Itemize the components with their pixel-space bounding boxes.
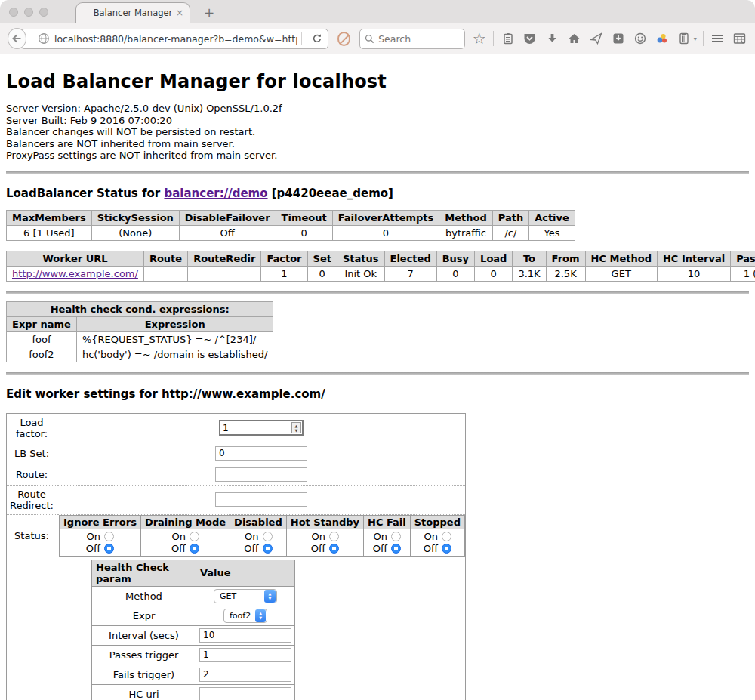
container-icon[interactable] <box>676 29 692 48</box>
forum-smiley-icon[interactable] <box>632 29 648 48</box>
clipboard-icon[interactable] <box>500 29 516 48</box>
lb-set-cell <box>57 443 466 464</box>
persist-note-line: Balancer changes will NOT be persisted o… <box>6 126 749 138</box>
hc-expressions-title: Health check cond. expressions: <box>7 301 273 316</box>
tab-close-icon[interactable]: × <box>176 8 183 18</box>
cell-set: 0 <box>307 266 337 281</box>
notes-grid-icon[interactable] <box>732 29 747 48</box>
form-row-health-check: Health Check param Value Method GET ▲▼ <box>7 557 466 700</box>
cell-elected: 7 <box>384 266 436 281</box>
select-stepper-icon: ▲▼ <box>264 590 276 603</box>
worker-table: Worker URL Route RouteRedir Factor Set S… <box>6 251 755 282</box>
route-redirect-input[interactable] <box>215 492 307 507</box>
home-icon[interactable] <box>566 29 582 48</box>
cell-factor: 1 <box>261 266 307 281</box>
load-factor-input[interactable] <box>220 421 291 434</box>
ignore-errors-on-radio[interactable] <box>104 532 114 541</box>
table-header-row: Worker URL Route RouteRedir Factor Set S… <box>7 251 755 266</box>
globe-icon[interactable] <box>38 32 50 45</box>
window-minimize-button[interactable] <box>24 8 33 17</box>
save-square-icon[interactable] <box>610 29 626 48</box>
hot-standby-off-radio[interactable] <box>329 544 339 554</box>
cell-route <box>143 266 187 281</box>
bookmark-star-icon[interactable]: ☆ <box>471 29 487 48</box>
menu-hamburger-icon[interactable] <box>710 29 726 48</box>
worker-row: http://www.example.com/ 1 0 Init Ok 7 0 … <box>7 266 755 281</box>
page-content: Load Balancer Manager for localhost Serv… <box>0 54 755 700</box>
draining-mode-off-radio[interactable] <box>190 544 199 554</box>
balancer-demo-link[interactable]: balancer://demo <box>164 187 267 200</box>
hc-fail-on-radio[interactable] <box>391 532 401 541</box>
cell-worker-url: http://www.example.com/ <box>7 266 144 281</box>
status-table: Ignore Errors Draining Mode Disabled Hot… <box>59 515 465 557</box>
expr-select[interactable]: foof2 ▲▼ <box>223 609 267 623</box>
hc-fail-off-radio[interactable] <box>391 544 401 554</box>
back-button[interactable] <box>8 28 26 49</box>
url-input[interactable] <box>54 33 297 45</box>
ignore-errors-off-radio[interactable] <box>104 544 114 554</box>
hc-uri-input[interactable] <box>199 687 291 700</box>
stopped-on-radio[interactable] <box>442 532 451 541</box>
method-select[interactable]: GET ▲▼ <box>214 589 277 603</box>
container-caret-icon[interactable]: ▾ <box>694 35 697 42</box>
window-close-button[interactable] <box>9 8 18 17</box>
load-factor-cell: ▲▼ <box>57 413 466 443</box>
search-input[interactable] <box>378 33 450 45</box>
col-routeredir: RouteRedir <box>188 251 261 266</box>
number-spinner-icon[interactable]: ▲▼ <box>291 422 301 433</box>
cell-status: Init Ok <box>337 266 384 281</box>
col-stickysession: StickySession <box>91 210 179 225</box>
interval-input[interactable] <box>199 628 291 643</box>
disabled-off-radio[interactable] <box>263 544 273 554</box>
new-tab-button[interactable]: + <box>204 7 214 20</box>
worker-url-link[interactable]: http://www.example.com/ <box>12 268 138 279</box>
heading-suffix: [p4420eeae_demo] <box>268 187 393 200</box>
balancer-status-heading: LoadBalancer Status for balancer://demo … <box>6 187 749 200</box>
send-icon[interactable] <box>588 29 604 48</box>
proxypass-note-line: ProxyPass settings are NOT inherited fro… <box>6 150 749 162</box>
cell-stickysession: (None) <box>91 225 179 240</box>
window-zoom-button[interactable] <box>39 8 48 17</box>
download-icon[interactable] <box>544 29 560 48</box>
hot-standby-on-radio[interactable] <box>329 532 339 541</box>
col-load: Load <box>475 251 513 266</box>
tab-title: Balancer Manager <box>94 8 173 18</box>
hc-header-row: Health Check param Value <box>92 560 295 586</box>
divider <box>6 171 749 174</box>
server-version-line: Server Version: Apache/2.5.0-dev (Unix) … <box>6 103 749 115</box>
table-header-row: MaxMembers StickySession DisableFailover… <box>7 210 575 225</box>
stopped-off-radio[interactable] <box>442 544 451 554</box>
route-input[interactable] <box>215 467 307 482</box>
hc-uri-label: HC uri <box>92 684 196 700</box>
pocket-icon[interactable] <box>522 29 538 48</box>
lb-set-input[interactable] <box>215 446 307 461</box>
col-ignore-errors: Ignore Errors <box>60 515 141 529</box>
draining-mode-on-radio[interactable] <box>190 532 199 541</box>
table-row: 6 [1 Used] (None) Off 0 0 bytraffic /c/ … <box>7 225 575 240</box>
col-expr-name: Expr name <box>7 316 77 331</box>
back-arrow-icon <box>11 32 23 45</box>
tab-balancer-manager[interactable]: Balancer Manager × <box>76 2 190 23</box>
tab-bar: Balancer Manager × + <box>0 0 755 23</box>
colored-dots-icon[interactable] <box>654 29 670 48</box>
col-hc-value: Value <box>196 560 295 586</box>
disabled-on-radio[interactable] <box>263 532 273 541</box>
cell-passes: 1 (0) <box>731 266 755 281</box>
load-factor-label: Load factor: <box>7 413 57 443</box>
search-icon[interactable] <box>365 34 374 44</box>
cell-routeredir <box>188 266 261 281</box>
url-bar <box>20 29 328 49</box>
expr-row: foof %{REQUEST_STATUS} =~ /^[234]/ <box>7 331 273 347</box>
col-from: From <box>546 251 585 266</box>
fails-input[interactable] <box>199 668 291 682</box>
reload-button[interactable] <box>307 33 328 44</box>
cell-disablefailover: Off <box>179 225 276 240</box>
empty-label-cell <box>7 557 57 700</box>
col-route: Route <box>143 251 187 266</box>
col-elected: Elected <box>384 251 436 266</box>
content-block-icon[interactable] <box>337 32 350 46</box>
passes-input[interactable] <box>199 648 291 662</box>
col-path: Path <box>492 210 528 225</box>
health-check-cell: Health Check param Value Method GET ▲▼ <box>57 557 466 700</box>
cell-to: 3.1K <box>513 266 546 281</box>
